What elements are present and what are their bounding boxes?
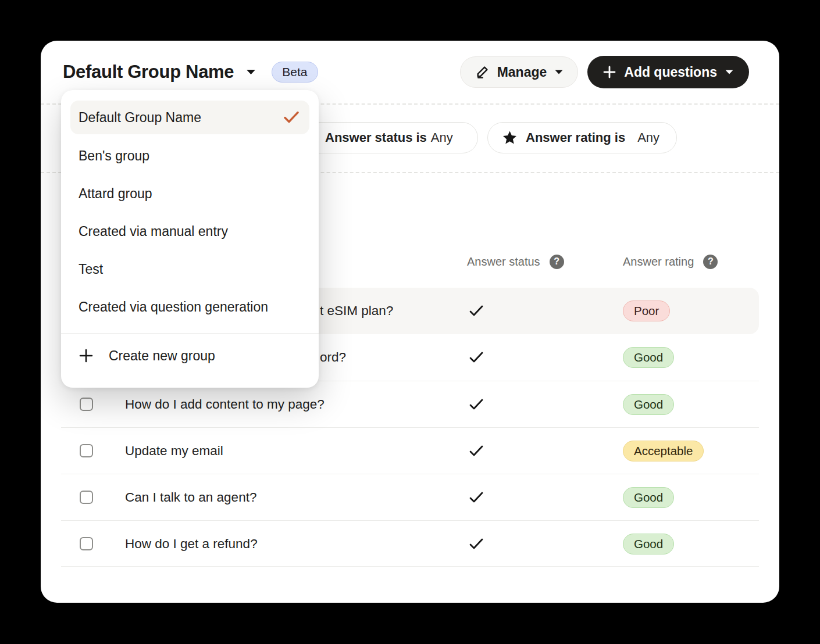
question-text: t eSIM plan? xyxy=(320,288,393,334)
check-icon xyxy=(468,444,484,458)
answer-rating-cell: Poor xyxy=(623,288,670,334)
dropdown-divider xyxy=(61,333,319,334)
column-answer-status: Answer status ? xyxy=(467,244,564,279)
star-icon xyxy=(502,130,518,145)
manage-button[interactable]: Manage xyxy=(460,56,579,88)
rating-badge: Good xyxy=(623,394,674,415)
row-checkbox[interactable] xyxy=(80,398,93,411)
check-icon xyxy=(468,537,484,551)
filter-answer-rating[interactable]: Answer rating is Any xyxy=(487,122,677,153)
dropdown-item[interactable]: Attard group xyxy=(70,175,309,213)
check-icon xyxy=(468,350,484,364)
answer-status-cell xyxy=(468,381,484,428)
answer-status-cell xyxy=(468,474,484,521)
help-icon[interactable]: ? xyxy=(550,255,564,269)
chevron-down-icon[interactable] xyxy=(245,69,256,76)
page-background: Default Group Name Beta Manage xyxy=(0,0,820,644)
create-new-group-label: Create new group xyxy=(109,348,215,364)
column-answer-rating: Answer rating ? xyxy=(623,244,718,279)
check-icon xyxy=(283,110,300,124)
dropdown-item-label: Created via question generation xyxy=(79,299,268,315)
group-title[interactable]: Default Group Name xyxy=(63,62,234,83)
plus-icon xyxy=(602,65,616,79)
dropdown-item[interactable]: Test xyxy=(70,251,309,288)
answer-rating-cell: Good xyxy=(623,521,674,567)
answer-rating-cell: Good xyxy=(623,334,674,381)
column-label: Answer rating xyxy=(623,255,694,269)
answer-status-cell xyxy=(468,521,484,567)
table-row[interactable]: How do I add content to my page? Good xyxy=(61,381,759,427)
dropdown-item[interactable]: Created via question generation xyxy=(70,288,309,326)
chevron-down-icon xyxy=(554,69,564,75)
answer-status-cell xyxy=(468,288,484,334)
pencil-icon xyxy=(475,65,490,80)
dropdown-item-label: Ben's group xyxy=(79,148,149,164)
filter-label: Answer rating is xyxy=(526,130,625,145)
filter-label: Answer status is xyxy=(325,130,427,145)
chevron-down-icon xyxy=(725,69,734,75)
header-actions: Manage Add questions xyxy=(460,55,749,90)
dropdown-item-label: Default Group Name xyxy=(79,110,201,126)
question-text: ord? xyxy=(320,334,346,381)
dropdown-item-label: Test xyxy=(79,262,103,277)
rating-badge: Good xyxy=(623,347,674,368)
column-label: Answer status xyxy=(467,255,540,269)
answer-rating-cell: Acceptable xyxy=(623,428,704,474)
add-questions-label: Add questions xyxy=(624,65,717,80)
question-text: Update my email xyxy=(125,428,223,474)
rating-badge: Good xyxy=(623,487,674,508)
beta-badge: Beta xyxy=(272,62,318,83)
plus-icon xyxy=(79,348,94,363)
table-row[interactable]: Can I talk to an agent? Good xyxy=(61,474,759,520)
rating-badge: Acceptable xyxy=(623,441,704,461)
help-icon[interactable]: ? xyxy=(703,255,718,269)
table-row[interactable]: How do I get a refund? Good xyxy=(61,520,759,567)
dropdown-item-label: Attard group xyxy=(79,186,152,202)
table-row[interactable]: Update my email Acceptable xyxy=(61,427,759,474)
rating-badge: Poor xyxy=(623,300,670,321)
check-icon xyxy=(468,304,484,318)
answer-rating-cell: Good xyxy=(623,474,674,521)
questions-panel: Default Group Name Beta Manage xyxy=(41,41,779,603)
group-dropdown-menu: Default Group Name Ben's group Attard gr… xyxy=(61,90,319,388)
dropdown-item-selected[interactable]: Default Group Name xyxy=(70,101,309,134)
answer-status-cell xyxy=(468,428,484,474)
check-icon xyxy=(468,491,484,505)
row-checkbox[interactable] xyxy=(80,537,93,550)
dropdown-item[interactable]: Ben's group xyxy=(70,137,309,175)
row-checkbox[interactable] xyxy=(80,491,93,504)
manage-label: Manage xyxy=(497,65,547,80)
filter-value: Any xyxy=(431,130,453,145)
answer-status-cell xyxy=(468,334,484,381)
add-questions-button[interactable]: Add questions xyxy=(587,56,749,88)
dropdown-item-label: Created via manual entry xyxy=(79,224,228,239)
question-text: Can I talk to an agent? xyxy=(125,474,256,521)
question-text: How do I add content to my page? xyxy=(125,381,325,428)
check-icon xyxy=(468,398,484,412)
dropdown-item[interactable]: Created via manual entry xyxy=(70,213,309,251)
row-checkbox[interactable] xyxy=(80,444,93,457)
create-new-group-button[interactable]: Create new group xyxy=(70,337,309,374)
panel-header: Default Group Name Beta Manage xyxy=(63,55,757,90)
filter-value: Any xyxy=(637,130,659,145)
answer-rating-cell: Good xyxy=(623,381,674,428)
question-text: How do I get a refund? xyxy=(125,521,258,567)
rating-badge: Good xyxy=(623,534,674,554)
